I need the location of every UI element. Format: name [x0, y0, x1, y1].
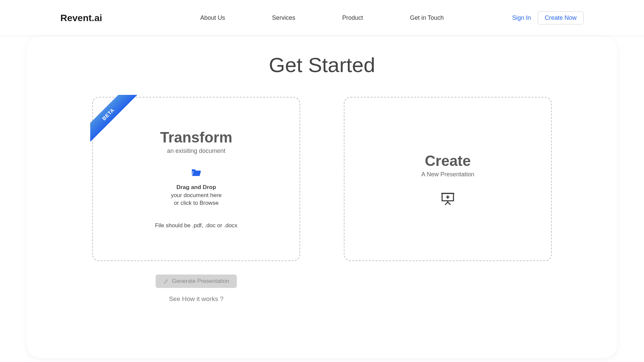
- transform-actions: Generate Presentation See How it works ?: [92, 275, 300, 303]
- create-actions-spacer: [344, 261, 552, 303]
- create-subtitle: A New Presentation: [421, 171, 474, 178]
- header: Revent.ai About Us Services Product Get …: [0, 0, 644, 36]
- transform-card[interactable]: BETA Transform an exisiting document Dra…: [92, 97, 300, 261]
- nav-about-us[interactable]: About Us: [200, 14, 225, 21]
- app-logo[interactable]: Revent.ai: [60, 13, 102, 23]
- drop-text-bold: Drag and Drop: [171, 183, 221, 191]
- nav-product[interactable]: Product: [342, 14, 363, 21]
- actions-row: Generate Presentation See How it works ?: [34, 261, 610, 303]
- drop-text-line2: or click to Browse: [171, 199, 221, 207]
- presentation-icon: [441, 191, 455, 205]
- transform-title: Transform: [160, 129, 232, 146]
- svg-line-3: [448, 202, 450, 205]
- nav-services[interactable]: Services: [272, 14, 295, 21]
- beta-ribbon-label: BETA: [90, 95, 138, 144]
- drop-text-line1: your document here: [171, 191, 221, 199]
- main-nav: About Us Services Product Get in Touch: [200, 14, 444, 21]
- header-actions: Sign In Create Now: [512, 11, 584, 24]
- file-format-hint: File should be .pdf, .doc or .docx: [155, 222, 237, 229]
- main-panel: Get Started BETA Transform an exisiting …: [27, 36, 617, 358]
- page-title: Get Started: [34, 53, 610, 77]
- folder-open-icon: [191, 168, 202, 177]
- generate-button-label: Generate Presentation: [172, 278, 229, 285]
- svg-line-2: [445, 202, 448, 205]
- wand-icon: [163, 279, 168, 284]
- create-now-button[interactable]: Create Now: [538, 11, 584, 24]
- transform-subtitle: an exisiting document: [167, 147, 225, 155]
- generate-presentation-button[interactable]: Generate Presentation: [156, 275, 236, 288]
- create-card[interactable]: Create A New Presentation: [344, 97, 552, 261]
- beta-ribbon: BETA: [90, 95, 141, 145]
- how-it-works-link[interactable]: See How it works ?: [169, 295, 224, 303]
- drop-instructions: Drag and Drop your document here or clic…: [171, 183, 221, 207]
- sign-in-link[interactable]: Sign In: [512, 14, 531, 21]
- cards-row: BETA Transform an exisiting document Dra…: [34, 97, 610, 261]
- nav-get-in-touch[interactable]: Get in Touch: [410, 14, 444, 21]
- create-title: Create: [425, 153, 471, 169]
